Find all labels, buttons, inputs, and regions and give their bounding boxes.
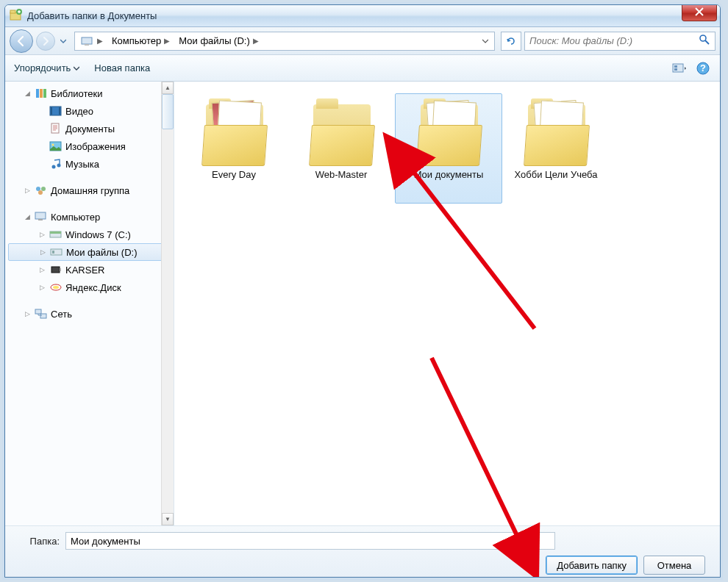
help-button[interactable]: ?	[695, 60, 711, 76]
tree-music[interactable]: Музыка	[8, 155, 174, 173]
svg-text:?: ?	[700, 62, 706, 73]
svg-point-5	[700, 35, 706, 41]
tree-label: Мои файлы (D:)	[66, 247, 137, 258]
svg-point-23	[41, 187, 46, 191]
svg-rect-28	[50, 231, 61, 234]
drive-icon	[49, 229, 63, 240]
svg-point-21	[57, 164, 61, 168]
body-area: ◢ Библиотеки Видео Документы	[5, 82, 720, 525]
expand-icon[interactable]: ▷	[38, 265, 46, 274]
history-dropdown[interactable]	[58, 32, 68, 51]
scroll-down-icon[interactable]: ▼	[162, 513, 174, 525]
tree-label: Библиотеки	[51, 88, 102, 99]
toolbar: Упорядочить Новая папка ?	[5, 55, 720, 82]
titlebar[interactable]: Добавить папки в Документы	[5, 5, 720, 27]
back-button[interactable]	[10, 29, 33, 53]
tree-drive-c[interactable]: ▷ Windows 7 (C:)	[8, 226, 174, 243]
view-menu[interactable]	[671, 60, 688, 76]
tree-homegroup[interactable]: ▷ Домашняя группа	[8, 182, 174, 199]
expand-icon[interactable]: ▷	[38, 248, 47, 256]
new-folder-button[interactable]: Новая папка	[94, 62, 150, 73]
sidebar-scrollbar[interactable]: ▲ ▼	[161, 82, 174, 525]
folder-icon	[199, 100, 269, 166]
svg-rect-35	[35, 309, 41, 314]
network-icon	[35, 308, 48, 320]
expand-icon[interactable]: ▷	[23, 309, 32, 318]
collapse-icon[interactable]: ◢	[23, 89, 32, 98]
folder-item-webmaster[interactable]: Web-Master	[288, 93, 395, 204]
folder-tree: ◢ Библиотеки Видео Документы	[5, 85, 174, 323]
address-dropdown[interactable]	[482, 38, 493, 44]
scroll-up-icon[interactable]: ▲	[162, 82, 174, 94]
tree-label: Домашняя группа	[51, 185, 129, 196]
tree-network[interactable]: ▷ Сеть	[8, 305, 174, 323]
computer-root-icon[interactable]: ▶	[76, 32, 107, 50]
svg-rect-16	[59, 107, 60, 115]
expand-icon[interactable]: ▷	[23, 186, 32, 195]
close-button[interactable]	[682, 5, 717, 21]
svg-rect-7	[674, 65, 677, 68]
folder-view[interactable]: Every Day Web-Master Мои документы	[174, 82, 720, 525]
tree-images[interactable]: Изображения	[8, 137, 174, 155]
folder-icon	[306, 100, 377, 166]
close-icon	[695, 7, 704, 18]
usb-drive-icon	[49, 264, 63, 276]
svg-rect-30	[52, 251, 54, 254]
tree-label: Windows 7 (C:)	[65, 229, 131, 240]
drive-icon	[50, 246, 63, 258]
svg-rect-32	[60, 268, 61, 271]
svg-rect-26	[38, 219, 43, 220]
tree-karser[interactable]: ▷ KARSER	[8, 261, 174, 279]
breadcrumb-computer[interactable]: Компьютер ▶	[107, 32, 174, 50]
computer-icon	[35, 211, 48, 223]
chevron-down-icon	[60, 38, 66, 44]
add-folder-button[interactable]: Добавить папку	[546, 556, 638, 575]
tree-libraries[interactable]: ◢ Библиотеки	[8, 85, 174, 102]
folder-item-everyday[interactable]: Every Day	[180, 93, 288, 204]
svg-rect-25	[35, 212, 46, 219]
tree-computer[interactable]: ◢ Компьютер	[8, 208, 174, 226]
cancel-button[interactable]: Отмена	[643, 556, 705, 575]
folder-field-label: Папка:	[17, 536, 60, 547]
folder-icon	[521, 100, 591, 166]
window-title: Добавить папки в Документы	[27, 10, 157, 21]
svg-rect-13	[43, 89, 46, 98]
svg-point-22	[36, 187, 40, 191]
search-input[interactable]	[529, 35, 699, 46]
tree-label: Яндекс.Диск	[65, 282, 121, 293]
forward-button[interactable]	[36, 32, 55, 51]
folder-label: Мои документы	[414, 169, 484, 181]
folder-item-hobby[interactable]: Хобби Цели Учеба	[502, 93, 610, 204]
folder-label: Web-Master	[315, 169, 368, 181]
refresh-button[interactable]	[501, 32, 521, 51]
breadcrumb-arrow-icon: ▶	[97, 37, 103, 45]
folder-label: Every Day	[212, 169, 256, 181]
svg-rect-8	[674, 68, 677, 71]
scroll-thumb[interactable]	[162, 94, 174, 129]
address-bar[interactable]: ▶ Компьютер ▶ Мои файлы (D:) ▶	[74, 32, 495, 51]
folder-icon	[413, 100, 484, 166]
folder-name-input[interactable]	[65, 532, 555, 550]
svg-point-24	[38, 190, 43, 195]
tree-documents[interactable]: Документы	[8, 120, 174, 137]
breadcrumb-drive-d[interactable]: Мои файлы (D:) ▶	[174, 32, 263, 50]
dialog-footer: Папка: Добавить папку Отмена	[5, 525, 720, 577]
svg-rect-6	[673, 64, 683, 72]
search-box[interactable]	[524, 32, 715, 51]
tree-yandex-disk[interactable]: ▷ Яндекс.Диск	[8, 279, 174, 296]
svg-point-20	[52, 165, 56, 169]
tree-label: Видео	[65, 106, 93, 117]
tree-video[interactable]: Видео	[8, 102, 174, 120]
folder-item-my-documents[interactable]: Мои документы	[395, 93, 502, 204]
yadisk-icon	[49, 281, 63, 293]
libraries-icon	[35, 87, 48, 99]
tree-label: Документы	[65, 123, 115, 134]
expand-icon[interactable]: ▷	[38, 283, 46, 292]
svg-rect-11	[36, 89, 39, 98]
search-icon[interactable]	[699, 34, 710, 48]
tree-drive-d[interactable]: ▷ Мои файлы (D:)	[8, 243, 174, 261]
expand-icon[interactable]: ▷	[38, 230, 46, 239]
chevron-down-icon	[482, 38, 488, 44]
collapse-icon[interactable]: ◢	[23, 212, 32, 221]
organize-menu[interactable]: Упорядочить	[14, 62, 79, 73]
